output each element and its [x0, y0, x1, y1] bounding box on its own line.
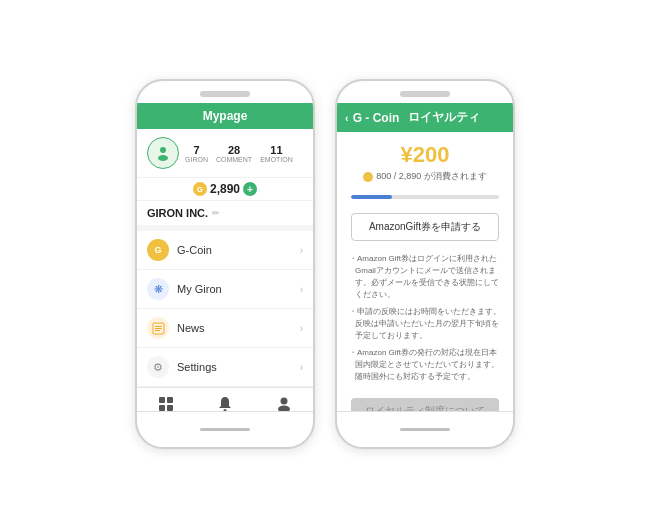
note-2: ・申請の反映にはお時間をいただきます。反映は申請いただいた月の翌月下旬頃を予定し… [349, 306, 501, 342]
phone-footer-left [137, 411, 313, 447]
cost-consumed-text: 800 / 2,890 が消費されます [376, 170, 487, 183]
nav-user-icon[interactable] [272, 392, 296, 411]
gcoin-arrow: › [300, 245, 303, 256]
settings-label: Settings [177, 361, 292, 373]
news-label: News [177, 322, 292, 334]
progress-track [351, 195, 499, 199]
company-name: GIRON INC. [147, 207, 208, 219]
price-display: ¥200 [345, 142, 505, 168]
mygiron-label: My Giron [177, 283, 292, 295]
note-1: ・Amazon Gift券はログインに利用されたGmailアカウントにメールで送… [349, 253, 501, 301]
svg-rect-7 [167, 397, 173, 403]
left-header-title: Mypage [203, 109, 248, 123]
menu-item-settings[interactable]: ⚙ Settings › [137, 348, 313, 387]
company-row: GIRON INC. ✏ [137, 201, 313, 231]
home-bar-left [200, 428, 250, 431]
svg-point-1 [158, 155, 168, 161]
home-bar-right [400, 428, 450, 431]
settings-icon: ⚙ [147, 356, 169, 378]
price-sub: 800 / 2,890 が消費されます [345, 170, 505, 183]
coin-amount: 2,890 [210, 182, 240, 196]
left-header: Mypage [137, 103, 313, 129]
left-phone: Mypage 7 GIRON 28 COMM [135, 79, 315, 449]
add-coin-button[interactable]: + [243, 182, 257, 196]
coin-row: G 2,890 + [137, 178, 313, 201]
svg-rect-6 [159, 397, 165, 403]
bottom-nav [137, 387, 313, 411]
back-arrow-icon[interactable]: ‹ [345, 112, 349, 124]
mygiron-icon: ❋ [147, 278, 169, 300]
giron-stat: 7 GIRON [185, 144, 208, 163]
gcoin-label: G-Coin [177, 244, 292, 256]
nav-feed-icon[interactable] [154, 392, 178, 411]
nav-bell-icon[interactable] [213, 392, 237, 411]
mygiron-arrow: › [300, 284, 303, 295]
menu-item-gcoin[interactable]: G G-Coin › [137, 231, 313, 270]
svg-rect-4 [155, 328, 162, 329]
menu-list: G G-Coin › ❋ My Giron › [137, 231, 313, 387]
svg-rect-5 [155, 330, 160, 331]
right-header-title: ロイヤルティ [408, 109, 500, 126]
menu-item-news[interactable]: News › [137, 309, 313, 348]
right-content: ¥200 800 / 2,890 が消費されます AmazonGift券を申請す… [337, 132, 513, 411]
right-header: ‹ G - Coin ロイヤルティ [337, 103, 513, 132]
edit-icon[interactable]: ✏ [212, 208, 220, 218]
svg-point-11 [280, 398, 287, 405]
right-header-back: G - Coin [353, 111, 400, 125]
coin-icon: G [193, 182, 207, 196]
stats-row: 7 GIRON 28 COMMENT 11 EMOTION [185, 144, 303, 163]
note-3: ・Amazon Gift券の発行の対応は現在日本国内限定とさせていただいておりま… [349, 347, 501, 383]
svg-rect-3 [155, 326, 162, 327]
loyalty-info-button[interactable]: ロイヤルティ制度について [351, 398, 499, 411]
right-phone: ‹ G - Coin ロイヤルティ ¥200 800 / 2,890 が消費され… [335, 79, 515, 449]
progress-bar-container [337, 189, 513, 205]
apply-button[interactable]: AmazonGift券を申請する [351, 213, 499, 241]
menu-item-mygiron[interactable]: ❋ My Giron › [137, 270, 313, 309]
emotion-stat: 11 EMOTION [260, 144, 293, 163]
svg-point-0 [160, 147, 166, 153]
coin-small-icon [363, 172, 373, 182]
gcoin-icon: G [147, 239, 169, 261]
progress-fill [351, 195, 392, 199]
comment-stat: 28 COMMENT [216, 144, 252, 163]
news-arrow: › [300, 323, 303, 334]
notes-section: ・Amazon Gift券はログインに利用されたGmailアカウントにメールで送… [337, 249, 513, 392]
profile-section: 7 GIRON 28 COMMENT 11 EMOTION [137, 129, 313, 178]
price-section: ¥200 800 / 2,890 が消費されます [337, 132, 513, 189]
settings-arrow: › [300, 362, 303, 373]
news-icon [147, 317, 169, 339]
phone-footer-right [337, 411, 513, 447]
avatar [147, 137, 179, 169]
